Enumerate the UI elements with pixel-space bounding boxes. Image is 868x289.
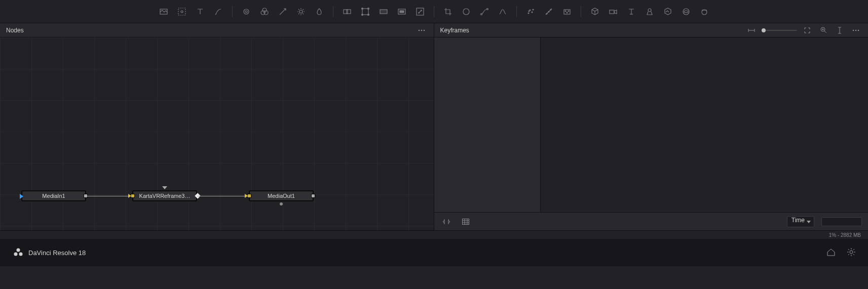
crop-icon[interactable] [439,3,457,20]
zoom-fit-icon[interactable] [817,24,829,36]
node-graph[interactable]: MediaIn1KartaVRReframe3…MediaOut1 [0,37,434,230]
image3d-icon[interactable] [659,3,676,20]
shape3d-icon[interactable] [586,3,603,20]
renderer3d-icon[interactable] [677,3,695,20]
app-name-label: DaVinci Resolve 18 [28,249,86,257]
svg-point-29 [548,11,549,12]
fit-horiz-icon[interactable] [745,24,758,36]
settings-icon[interactable] [847,247,856,258]
svg-rect-10 [347,10,351,14]
keyframes-panel-title: Keyframes [440,27,469,34]
svg-rect-17 [398,9,405,14]
svg-point-23 [528,13,529,14]
svg-point-2 [181,11,183,13]
svg-point-46 [855,29,857,31]
rectangle-icon[interactable] [375,3,392,20]
svg-point-39 [421,29,422,31]
text3d-icon[interactable] [623,3,640,20]
svg-point-27 [529,11,530,12]
svg-point-7 [262,8,267,12]
bspline-icon[interactable] [476,3,493,20]
snap-icon[interactable] [440,216,452,228]
time-mode-select[interactable]: Time [787,216,814,227]
svg-point-12 [362,8,363,9]
svg-point-33 [567,12,568,13]
ellipse-icon[interactable] [458,3,475,20]
spreadsheet-icon[interactable] [460,216,472,228]
keyframe-tree[interactable] [434,37,541,212]
svg-point-21 [481,13,482,15]
svg-rect-48 [462,219,469,224]
node-label: MediaIn1 [42,193,65,199]
node-label: MediaOut1 [268,193,295,199]
blur-icon[interactable] [238,3,255,20]
polygon-icon[interactable] [494,3,511,20]
svg-point-14 [362,14,363,15]
svg-rect-0 [160,9,167,14]
home-icon[interactable] [826,247,836,258]
zoom-slider[interactable] [762,30,797,31]
time-offset-field[interactable] [821,217,862,226]
svg-rect-9 [344,10,348,14]
svg-point-24 [530,10,531,11]
svg-point-34 [568,11,569,12]
spotlight-icon[interactable] [641,3,658,20]
keyframes-options-icon[interactable] [850,24,862,36]
svg-point-22 [487,8,488,10]
node-n3[interactable]: MediaOut1 [249,190,314,201]
svg-rect-11 [362,9,368,15]
prender-icon[interactable] [558,3,576,20]
merge3d-icon[interactable] [696,3,713,20]
color-corrector-icon[interactable] [256,3,273,20]
node-n1[interactable]: MediaIn1 [21,190,86,201]
svg-rect-35 [610,10,614,14]
memory-status: 1% - 2882 MB [829,232,861,238]
resize-icon[interactable] [411,3,429,20]
svg-point-40 [423,29,425,31]
camera3d-icon[interactable] [605,3,622,20]
svg-point-8 [299,10,303,13]
svg-point-5 [261,11,265,15]
keyframe-timeline[interactable] [541,37,869,212]
app-brand: DaVinci Resolve 18 [0,247,86,258]
node-n2[interactable]: KartaVRReframe3… [132,190,197,201]
text-icon[interactable] [192,3,209,20]
svg-point-47 [858,29,859,31]
fullscreen-icon[interactable] [801,24,813,36]
hue-icon[interactable] [311,3,328,20]
paint-icon[interactable] [210,3,227,20]
svg-line-42 [824,31,826,33]
svg-point-53 [17,249,20,252]
background-icon[interactable] [155,3,172,20]
pemit-icon[interactable] [540,3,557,20]
keyframe-footer: Time [434,212,869,230]
keyframes-panel-header: Keyframes [434,23,869,37]
fit-vert-icon[interactable] [834,24,846,36]
svg-rect-31 [564,10,570,14]
svg-point-26 [533,9,534,10]
svg-rect-19 [417,8,424,15]
svg-point-15 [368,14,369,15]
svg-rect-18 [400,11,404,13]
keyer-icon[interactable] [274,3,291,20]
time-mode-label: Time [791,217,805,224]
svg-point-32 [565,11,566,12]
particles-icon[interactable] [522,3,539,20]
svg-rect-1 [178,8,185,15]
svg-point-55 [19,253,23,256]
svg-point-3 [244,9,249,14]
node-label: KartaVRReframe3… [139,193,191,199]
svg-rect-16 [380,10,387,14]
svg-point-36 [648,9,651,12]
status-bar: 1% - 2882 MB [0,231,868,239]
svg-point-38 [418,29,420,31]
merge-icon[interactable] [338,3,356,20]
svg-point-45 [853,29,854,31]
brightness-icon[interactable] [292,3,310,20]
matte-icon[interactable] [393,3,410,20]
transform-icon[interactable] [357,3,374,20]
nodes-options-icon[interactable] [416,24,428,36]
svg-point-25 [532,12,533,13]
nodes-panel-header: Nodes [0,23,434,37]
tracker-icon[interactable] [173,3,191,20]
